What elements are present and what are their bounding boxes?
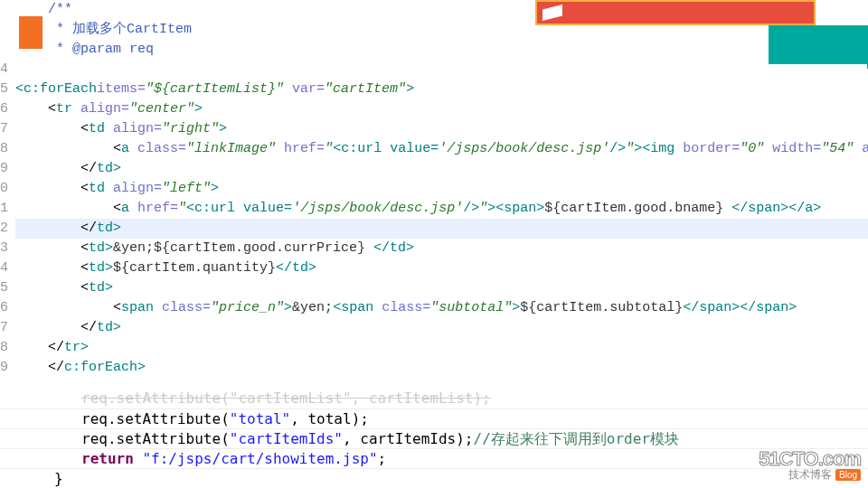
gutter-line: 6	[0, 298, 8, 318]
code-line: <span class="price_n">&yen;<span class="…	[15, 298, 868, 318]
gutter-line: 9	[0, 358, 8, 378]
gutter-line: 6	[0, 99, 8, 119]
code-line: <tr align="center">	[15, 99, 868, 119]
code-line: </c:forEach>	[15, 358, 868, 378]
code-line: <a class="linkImage" href="<c:url value=…	[15, 139, 868, 159]
gutter-line: 5	[0, 278, 8, 298]
teal-decoration	[769, 25, 868, 69]
code-line: </tr>	[15, 338, 868, 358]
gutter-line: 7	[0, 119, 8, 139]
code-line: <a href="<c:url value='/jsps/book/desc.j…	[15, 199, 868, 219]
gutter-line	[0, 0, 8, 20]
gutter-line: 4	[0, 258, 8, 278]
code-line: </td>	[15, 159, 868, 179]
code-line: req.setAttribute("total", total);	[0, 408, 868, 428]
gutter-line: 8	[0, 338, 8, 358]
cover-strip	[44, 64, 867, 73]
code-line: <td>${cartItem.quantity}</td>	[15, 258, 868, 278]
gutter-line: 1	[0, 199, 8, 219]
code-line: <td>&yen;${cartItem.good.currPrice} </td…	[15, 239, 868, 258]
top-banner	[535, 0, 816, 25]
code-line: <td>	[15, 278, 868, 298]
gutter-line: 7	[0, 318, 8, 338]
code-line: req.setAttribute("cartItemList", cartIte…	[0, 389, 868, 408]
code-line: req.setAttribute("cartItemIds", cartItem…	[0, 428, 868, 448]
gutter-line: 0	[0, 179, 8, 199]
watermark: 51CTO.com 技术博客Blog	[759, 447, 861, 483]
line-gutter: 4 5 6 7 8 9 0 1 2 3 4 5 6 7 8 9	[0, 0, 15, 398]
gutter-line: 8	[0, 139, 8, 159]
gutter-line: 4	[0, 60, 8, 80]
gutter-line	[0, 20, 8, 40]
code-line: * @param req	[15, 40, 868, 60]
code-line: <td align="right">	[15, 119, 868, 139]
code-line: </td>	[15, 318, 868, 338]
watermark-sub: 技术博客	[788, 467, 832, 483]
watermark-badge: Blog	[835, 469, 861, 481]
code-editor[interactable]: 4 5 6 7 8 9 0 1 2 3 4 5 6 7 8 9 /** * 加载…	[0, 0, 868, 398]
code-area[interactable]: /** * 加载多个CartItem * @param req <c:forEa…	[15, 0, 868, 398]
banner-icon	[542, 5, 562, 21]
gutter-line	[0, 40, 8, 60]
code-line-active: </td>	[15, 219, 868, 239]
secondary-code: req.setAttribute("cartItemList", cartIte…	[0, 389, 868, 488]
code-line: return "f:/jsps/cart/showitem.jsp";	[0, 448, 868, 468]
gutter-line: 3	[0, 239, 8, 258]
gutter-line: 5	[0, 80, 8, 99]
code-line: <c:forEachitems="${cartItemList}" var="c…	[15, 80, 868, 99]
orange-decoration	[19, 16, 42, 49]
gutter-line: 2	[0, 219, 8, 239]
code-line: <td align="left">	[15, 179, 868, 199]
gutter-line: 9	[0, 159, 8, 179]
code-line: }	[0, 468, 868, 488]
